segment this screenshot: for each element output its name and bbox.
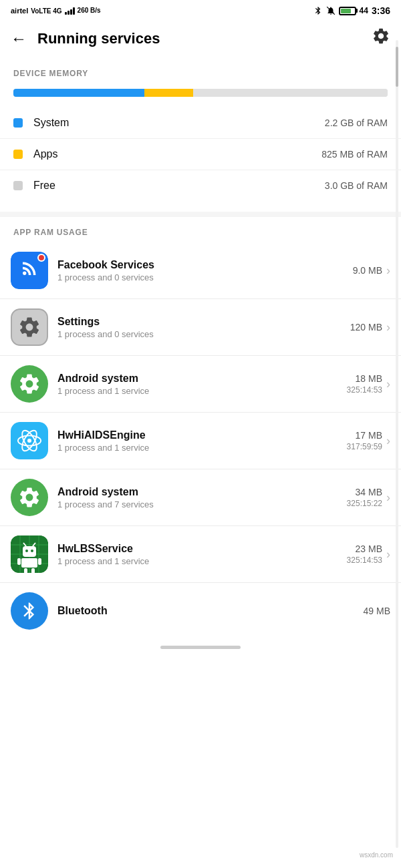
list-item[interactable]: Bluetooth 49 MB — [0, 583, 401, 639]
app-subtitle: 1 process and 0 services — [57, 329, 350, 339]
app-size: 23 MB — [356, 544, 382, 554]
app-info-hwlbs: HwLBSService 1 process and 1 service — [57, 543, 347, 566]
home-bar[interactable] — [160, 646, 241, 649]
facebook-app-icon — [11, 252, 48, 289]
memory-bar-system — [13, 89, 144, 97]
system-value: 2.2 GB of RAM — [325, 118, 388, 128]
notification-dot — [37, 254, 45, 262]
app-subtitle: 1 process and 1 service — [57, 386, 347, 396]
atom-app-icon — [11, 422, 48, 459]
android-gear2-icon — [11, 479, 48, 516]
network-type: VoLTE 4G — [31, 7, 61, 15]
svg-point-4 — [27, 439, 31, 443]
app-name: Bluetooth — [57, 605, 364, 617]
app-subtitle: 1 process and 0 services — [57, 272, 353, 282]
memory-item-free: Free 3.0 GB of RAM — [0, 170, 401, 201]
scrollbar-thumb[interactable] — [396, 47, 398, 87]
app-time: 325:14:53 — [347, 385, 382, 395]
app-meta-android1: 18 MB 325:14:53 — [347, 373, 382, 395]
bluetooth-app-icon — [11, 592, 48, 630]
memory-item-apps: Apps 825 MB of RAM — [0, 139, 401, 170]
network-speed: 260 B/s — [78, 7, 101, 15]
bluetooth-icon-wrap — [11, 592, 48, 630]
list-item[interactable]: HwLBSService 1 process and 1 service 23 … — [0, 526, 401, 583]
chevron-right-icon: › — [386, 434, 390, 448]
apps-value: 825 MB of RAM — [321, 149, 388, 160]
chevron-right-icon: › — [386, 377, 390, 391]
status-left: airtel VoLTE 4G 260 B/s — [11, 7, 101, 15]
settings-gear-icon[interactable] — [372, 27, 390, 50]
page-title: Running services — [37, 30, 160, 47]
app-ram-usage-section: APP RAM USAGE Facebook Services 1 proces… — [0, 217, 401, 639]
memory-bar-free — [193, 89, 388, 97]
list-item[interactable]: Settings 1 process and 0 services 120 MB… — [0, 299, 401, 356]
app-meta-settings: 120 MB — [350, 322, 382, 333]
app-time: 317:59:59 — [347, 442, 382, 451]
app-info-hwaids: HwHiAIDSEngine 1 process and 1 service — [57, 429, 347, 453]
chevron-right-icon: › — [386, 264, 390, 278]
hwlbs-icon-wrap — [11, 535, 48, 573]
app-size: 49 MB — [364, 606, 390, 616]
app-name: HwLBSService — [57, 543, 347, 555]
app-meta-hwaids: 17 MB 317:59:59 — [347, 430, 382, 451]
list-item[interactable]: HwHiAIDSEngine 1 process and 1 service 1… — [0, 413, 401, 469]
free-value: 3.0 GB of RAM — [325, 180, 388, 191]
bell-mute-icon — [326, 6, 336, 15]
status-right: 44 3:36 — [313, 5, 390, 16]
apps-label: Apps — [33, 148, 321, 160]
battery-label: 44 — [360, 6, 368, 15]
svg-point-13 — [25, 550, 28, 552]
app-info-facebook: Facebook Services 1 process and 0 servic… — [57, 259, 353, 282]
svg-rect-20 — [24, 568, 27, 573]
battery-fill — [341, 9, 351, 13]
back-button[interactable]: ← — [11, 29, 27, 48]
android-gear-icon — [11, 365, 48, 403]
list-item[interactable]: Android system 1 process and 1 service 1… — [0, 356, 401, 413]
bluetooth-status-icon — [313, 6, 323, 15]
android-system2-icon-wrap — [11, 479, 48, 516]
app-meta-android2: 34 MB 325:15:22 — [347, 487, 382, 508]
chevron-right-icon: › — [386, 548, 390, 562]
app-meta-hwlbs: 23 MB 325:14:53 — [347, 544, 382, 565]
system-label: System — [33, 117, 325, 129]
app-time: 325:15:22 — [347, 499, 382, 508]
settings-icon-wrap — [11, 308, 48, 346]
apps-dot — [13, 150, 23, 159]
svg-rect-17 — [21, 558, 37, 568]
hwlbs-app-icon — [11, 535, 48, 573]
signal-bars — [65, 7, 75, 15]
facebook-icon-wrap — [11, 252, 48, 289]
app-name: Android system — [57, 373, 347, 385]
svg-rect-18 — [17, 558, 21, 565]
memory-item-system: System 2.2 GB of RAM — [0, 107, 401, 139]
svg-rect-12 — [23, 546, 36, 557]
svg-rect-21 — [31, 568, 35, 573]
svg-point-14 — [31, 550, 33, 552]
status-bar: airtel VoLTE 4G 260 B/s 44 3:36 — [0, 0, 401, 19]
memory-bar-apps — [144, 89, 193, 97]
section-divider — [0, 212, 401, 217]
system-dot — [13, 118, 23, 128]
list-item[interactable]: Android system 1 process and 7 services … — [0, 469, 401, 526]
app-bar-left: ← Running services — [11, 29, 160, 48]
app-bar: ← Running services — [0, 19, 401, 58]
app-ram-header: APP RAM USAGE — [0, 217, 401, 242]
list-item[interactable]: Facebook Services 1 process and 0 servic… — [0, 242, 401, 299]
scrollbar-track — [396, 40, 398, 848]
app-size: 18 MB — [356, 373, 382, 384]
memory-bar — [13, 89, 388, 97]
app-name: Settings — [57, 316, 350, 328]
svg-rect-19 — [38, 558, 41, 565]
app-info-android2: Android system 1 process and 7 services — [57, 486, 347, 509]
carrier-label: airtel — [11, 7, 28, 15]
app-subtitle: 1 process and 1 service — [57, 443, 347, 453]
app-info-bluetooth: Bluetooth — [57, 605, 364, 617]
app-info-settings: Settings 1 process and 0 services — [57, 316, 350, 339]
chevron-right-icon: › — [386, 320, 390, 335]
free-dot — [13, 181, 23, 190]
app-name: Android system — [57, 486, 347, 498]
chevron-right-icon: › — [386, 491, 390, 505]
app-time: 325:14:53 — [347, 556, 382, 565]
rss-icon — [19, 258, 39, 283]
app-size: 17 MB — [356, 430, 382, 441]
